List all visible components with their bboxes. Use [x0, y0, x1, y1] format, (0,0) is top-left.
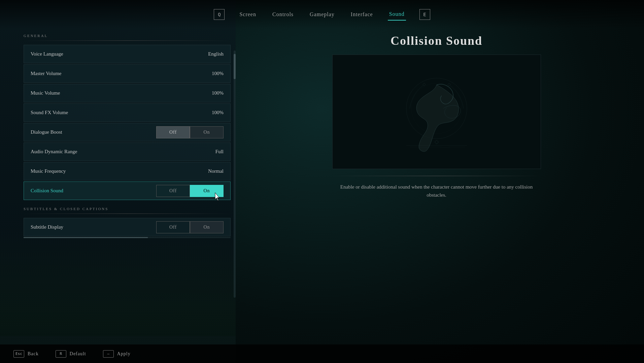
detail-description: Enable or disable additional sound when … [332, 183, 541, 199]
svg-rect-4 [447, 83, 450, 86]
audio-dynamic-range-value: Full [215, 149, 224, 155]
audio-dynamic-range-label: Audio Dynamic Range [31, 149, 215, 155]
music-volume-label: Music Volume [31, 90, 212, 96]
subtitle-display-off[interactable]: Off [156, 221, 190, 233]
subtitles-section-label: SUBTITLES & CLOSED CAPTIONS [24, 207, 231, 211]
detail-divider [332, 176, 541, 176]
nav-item-controls[interactable]: Controls [271, 9, 295, 20]
default-key-badge: R [56, 350, 66, 358]
apply-action[interactable]: — Apply [103, 350, 131, 358]
svg-rect-2 [435, 140, 438, 144]
subtitle-display-label: Subtitle Display [31, 224, 156, 230]
scrollbar[interactable] [234, 51, 236, 298]
collision-sound-label: Collision Sound [31, 188, 156, 194]
master-volume-row[interactable]: Master Volume 100% [24, 64, 231, 83]
audio-dynamic-range-row[interactable]: Audio Dynamic Range Full [24, 142, 231, 161]
sound-fx-value: 100% [212, 110, 224, 116]
default-label: Default [70, 351, 86, 357]
subtitle-display-toggle[interactable]: Off On [156, 221, 224, 233]
bottom-action-bar: Esc Back R Default — Apply [0, 344, 644, 363]
settings-panel: GENERAL Voice Language English Master Vo… [24, 34, 231, 343]
master-volume-label: Master Volume [31, 71, 212, 76]
scroll-indicator [24, 237, 231, 238]
nav-right-bracket[interactable]: E [419, 9, 430, 20]
collision-sound-row[interactable]: Collision Sound Off On [24, 182, 231, 200]
general-divider [24, 40, 231, 41]
sound-fx-volume-row[interactable]: Sound FX Volume 100% [24, 103, 231, 122]
music-frequency-label: Music Frequency [31, 168, 208, 174]
collision-sound-off[interactable]: Off [156, 185, 190, 197]
detail-image [332, 55, 541, 169]
dialogue-boost-off[interactable]: Off [156, 126, 190, 138]
master-volume-value: 100% [212, 71, 224, 76]
music-volume-value: 100% [212, 90, 224, 96]
voice-language-value: English [208, 51, 224, 57]
subtitles-section: SUBTITLES & CLOSED CAPTIONS Subtitle Dis… [24, 207, 231, 238]
dialogue-boost-label: Dialogue Boost [31, 129, 156, 135]
viking-symbol-icon [389, 65, 484, 159]
voice-language-row[interactable]: Voice Language English [24, 45, 231, 63]
general-settings-list: Voice Language English Master Volume 100… [24, 45, 231, 200]
subtitles-divider [24, 213, 231, 214]
back-key-badge: Esc [13, 350, 24, 358]
music-frequency-value: Normal [208, 168, 224, 174]
nav-left-bracket[interactable]: Q [214, 9, 225, 20]
scroll-indicator-fill [24, 237, 148, 238]
music-volume-row[interactable]: Music Volume 100% [24, 84, 231, 102]
nav-item-sound[interactable]: Sound [388, 8, 406, 21]
top-navigation: Q Screen Controls Gameplay Interface Sou… [0, 0, 644, 29]
voice-language-label: Voice Language [31, 51, 208, 57]
subtitle-display-on[interactable]: On [190, 221, 224, 233]
general-section-label: GENERAL [24, 34, 231, 38]
nav-item-screen[interactable]: Screen [238, 9, 258, 20]
collision-sound-on[interactable]: On [190, 185, 224, 197]
default-action[interactable]: R Default [56, 350, 86, 358]
sound-fx-label: Sound FX Volume [31, 110, 212, 116]
scrollbar-thumb[interactable] [234, 54, 236, 79]
music-frequency-row[interactable]: Music Frequency Normal [24, 162, 231, 180]
subtitles-settings-list: Subtitle Display Off On [24, 218, 231, 236]
subtitle-display-row[interactable]: Subtitle Display Off On [24, 218, 231, 236]
svg-rect-3 [422, 83, 425, 86]
back-action[interactable]: Esc Back [13, 350, 39, 358]
nav-item-gameplay[interactable]: Gameplay [308, 9, 336, 20]
dialogue-boost-on[interactable]: On [190, 126, 224, 138]
back-label: Back [28, 351, 39, 357]
dialogue-boost-toggle[interactable]: Off On [156, 126, 224, 138]
detail-panel: Collision Sound [239, 34, 634, 343]
apply-label: Apply [117, 351, 131, 357]
dialogue-boost-row[interactable]: Dialogue Boost Off On [24, 123, 231, 141]
detail-title: Collision Sound [391, 34, 482, 48]
collision-sound-toggle[interactable]: Off On [156, 185, 224, 197]
nav-item-interface[interactable]: Interface [349, 9, 374, 20]
apply-key-badge: — [103, 350, 114, 358]
